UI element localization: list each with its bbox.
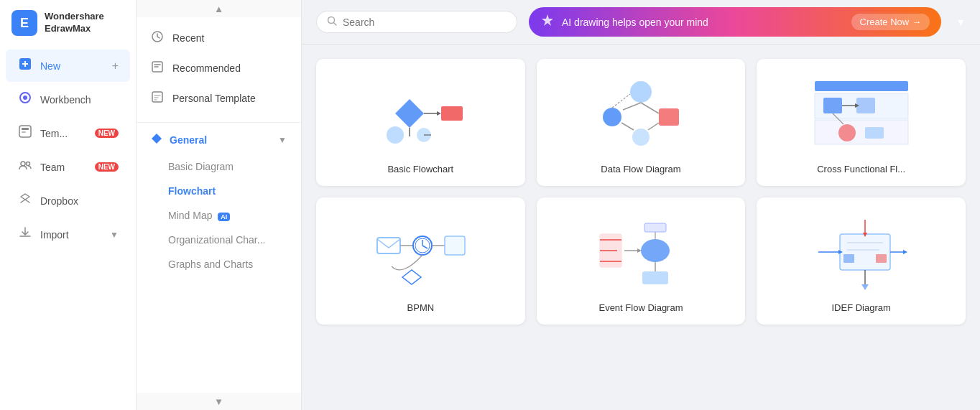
ai-create-now-button[interactable]: Create Now →	[851, 14, 930, 30]
app-name: Wondershare EdrawMax	[45, 11, 104, 35]
svg-point-26	[630, 81, 652, 103]
sub-item-org-chart[interactable]: Organizational Char...	[137, 228, 301, 252]
ai-banner-star-icon	[540, 13, 555, 31]
svg-point-29	[632, 129, 650, 146]
card-label-cross-functional: Cross Functional Fl...	[817, 164, 905, 174]
svg-marker-10	[21, 194, 29, 202]
svg-rect-7	[22, 131, 26, 133]
svg-rect-35	[815, 81, 908, 91]
svg-rect-62	[642, 271, 668, 284]
plus-icon[interactable]: +	[112, 60, 119, 73]
workbench-icon	[17, 90, 33, 108]
svg-point-42	[838, 124, 856, 141]
svg-point-9	[27, 162, 30, 166]
templates-badge: NEW	[95, 129, 119, 138]
card-event-flow[interactable]: Event Flow Diagram	[537, 197, 746, 325]
search-box[interactable]	[316, 11, 517, 33]
svg-marker-14	[152, 134, 162, 144]
card-label-data-flow: Data Flow Diagram	[601, 164, 680, 174]
personal-template-icon	[151, 90, 164, 106]
import-icon	[17, 225, 33, 243]
menu-item-recent[interactable]: Recent	[137, 23, 301, 53]
card-data-flow[interactable]: Data Flow Diagram	[537, 59, 746, 186]
svg-rect-43	[865, 127, 884, 139]
svg-rect-65	[840, 234, 890, 270]
svg-point-27	[603, 108, 621, 126]
menu-item-recommended[interactable]: Recommended	[137, 53, 301, 83]
templates-icon	[17, 124, 33, 142]
card-cross-functional[interactable]: Cross Functional Fl...	[757, 59, 966, 186]
sub-item-flowchart[interactable]: Flowchart	[137, 179, 301, 203]
svg-marker-73	[861, 284, 869, 290]
scroll-down-button[interactable]: ▼	[137, 393, 301, 410]
sidebar-item-templates[interactable]: Tem... NEW	[6, 117, 130, 149]
main-content: AI drawing helps open your mind Create N…	[302, 0, 980, 410]
logo-area: E Wondershare EdrawMax	[0, 0, 136, 46]
card-label-idef: IDEF Diagram	[831, 302, 890, 313]
sidebar-navigation: New + Workbench Tem... NEW Team NEW	[0, 46, 136, 410]
card-bpmn[interactable]: BPMN	[316, 197, 525, 325]
ai-banner[interactable]: AI drawing helps open your mind Create N…	[529, 7, 941, 37]
cards-area: Basic Flowchart	[302, 45, 980, 410]
sidebar-item-workbench-label: Workbench	[40, 94, 91, 106]
sidebar: E Wondershare EdrawMax New + Workbench	[0, 0, 137, 410]
sub-item-basic-diagram[interactable]: Basic Diagram	[137, 154, 301, 179]
svg-rect-6	[22, 128, 29, 130]
general-diamond-icon	[151, 133, 162, 147]
svg-marker-69	[903, 250, 907, 254]
search-input[interactable]	[343, 17, 507, 28]
svg-point-8	[21, 162, 25, 166]
category-general[interactable]: General ▼	[137, 126, 301, 154]
svg-line-34	[612, 94, 630, 108]
ai-badge: AI	[218, 213, 230, 221]
top-bar: AI drawing helps open your mind Create N…	[302, 0, 980, 45]
recommended-icon	[151, 60, 164, 76]
sidebar-item-templates-label: Tem...	[40, 128, 68, 139]
svg-rect-45	[377, 238, 400, 253]
sidebar-item-import[interactable]: Import ▼	[6, 218, 130, 251]
svg-rect-64	[644, 223, 666, 232]
new-icon	[17, 57, 33, 75]
svg-line-33	[648, 123, 659, 130]
svg-rect-13	[152, 92, 162, 102]
card-label-event-flow: Event Flow Diagram	[598, 302, 683, 313]
card-label-bpmn: BPMN	[407, 302, 435, 313]
svg-line-31	[641, 103, 659, 113]
middle-panel: ▲ Recent Recommended Personal Template	[137, 0, 302, 410]
general-chevron-icon[interactable]: ▼	[278, 135, 287, 145]
team-icon	[17, 158, 33, 176]
team-badge: NEW	[95, 162, 119, 172]
card-visual-cross-functional	[804, 70, 919, 157]
card-idef[interactable]: IDEF Diagram	[757, 197, 966, 325]
card-visual-basic-flowchart	[363, 70, 478, 157]
search-icon	[327, 16, 337, 28]
svg-marker-53	[402, 270, 421, 284]
svg-point-22	[387, 126, 404, 144]
menu-item-recommended-label: Recommended	[172, 62, 241, 74]
sidebar-item-workbench[interactable]: Workbench	[6, 83, 130, 116]
sidebar-item-dropbox[interactable]: Dropbox	[6, 185, 130, 217]
scroll-up-button[interactable]: ▲	[137, 0, 301, 17]
menu-divider	[137, 122, 301, 123]
dropbox-icon	[17, 192, 33, 210]
menu-item-personal-template-label: Personal Template	[172, 93, 256, 104]
svg-rect-37	[815, 120, 908, 144]
import-chevron[interactable]: ▼	[110, 230, 119, 240]
menu-item-personal-template[interactable]: Personal Template	[137, 83, 301, 113]
svg-line-50	[422, 246, 427, 248]
sidebar-item-dropbox-label: Dropbox	[40, 195, 78, 207]
sidebar-item-team[interactable]: Team NEW	[6, 151, 130, 183]
svg-rect-77	[876, 254, 887, 263]
ai-banner-text: AI drawing helps open your mind	[562, 17, 844, 28]
svg-rect-38	[823, 98, 842, 113]
sub-item-graphs[interactable]: Graphs and Charts	[137, 252, 301, 276]
sidebar-item-new-label: New	[40, 60, 60, 72]
card-basic-flowchart[interactable]: Basic Flowchart	[316, 59, 525, 186]
recent-icon	[151, 30, 164, 46]
card-visual-bpmn	[363, 209, 478, 295]
banner-dropdown-arrow[interactable]: ▼	[956, 17, 966, 28]
card-label-basic-flowchart: Basic Flowchart	[387, 164, 453, 174]
sub-item-mind-map[interactable]: Mind Map AI	[137, 203, 301, 228]
svg-marker-18	[395, 99, 424, 128]
sidebar-item-new[interactable]: New +	[6, 50, 130, 82]
